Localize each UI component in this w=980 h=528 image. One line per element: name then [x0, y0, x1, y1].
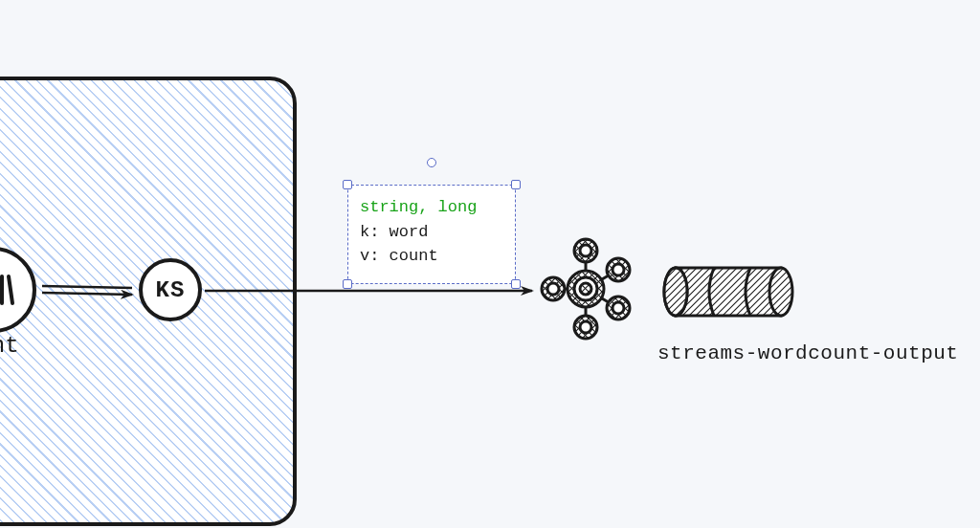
type-line: string, long — [360, 195, 503, 220]
svg-point-30 — [664, 268, 687, 316]
node-ks-label: KS — [156, 277, 186, 303]
svg-point-31 — [769, 268, 792, 316]
tally-icon — [0, 271, 22, 309]
value-line: v: count — [360, 244, 503, 269]
resize-handle-nw-icon[interactable] — [343, 180, 352, 189]
svg-point-25 — [612, 302, 624, 314]
node-ks[interactable]: KS — [139, 258, 202, 321]
resize-handle-sw-icon[interactable] — [343, 279, 352, 289]
rotate-handle-icon[interactable] — [427, 158, 436, 167]
svg-point-23 — [580, 321, 591, 333]
svg-point-26 — [547, 283, 559, 295]
diagram-canvas[interactable]: ount KS string, long k: word v: count — [0, 0, 980, 528]
resize-handle-ne-icon[interactable] — [511, 180, 521, 189]
svg-rect-28 — [676, 268, 781, 316]
svg-point-22 — [580, 245, 591, 256]
resize-handle-se-icon[interactable] — [511, 279, 521, 289]
svg-point-21 — [580, 283, 591, 295]
node-count-label: ount — [0, 333, 19, 359]
stream-type-annotation[interactable]: string, long k: word v: count — [347, 185, 516, 284]
output-topic-label: streams-wordcount-output — [657, 342, 958, 364]
stream-type-text[interactable]: string, long k: word v: count — [347, 185, 516, 284]
key-line: k: word — [360, 220, 503, 245]
kafka-cluster-icon[interactable] — [528, 231, 643, 346]
topic-cylinder-icon[interactable] — [662, 262, 794, 321]
svg-point-24 — [612, 264, 624, 275]
svg-line-4 — [9, 276, 12, 303]
